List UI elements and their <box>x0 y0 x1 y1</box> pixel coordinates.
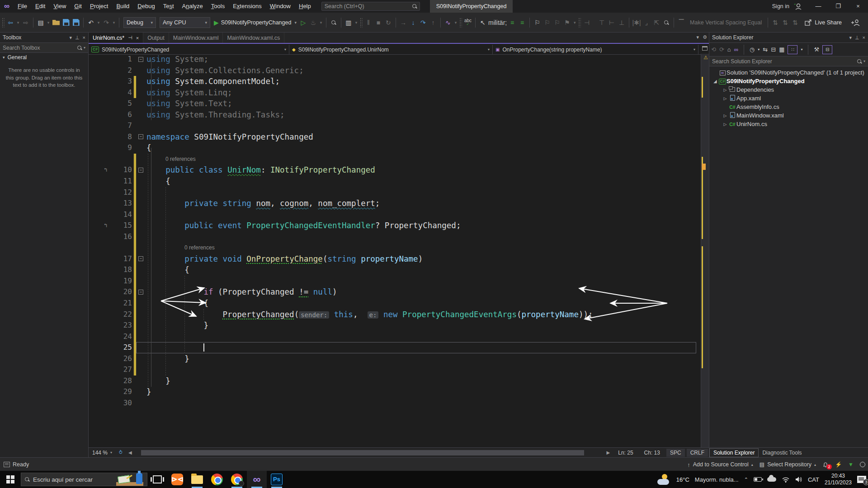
quick-search-input[interactable]: Search (Ctrl+Q) <box>321 2 420 11</box>
chevron-collapsed-icon[interactable]: ▷ <box>722 122 728 127</box>
code-line-19[interactable]: 19 <box>89 276 698 287</box>
step-out-icon[interactable]: ↑ <box>429 17 438 28</box>
close-icon[interactable]: × <box>863 35 865 40</box>
menu-project[interactable]: Project <box>86 0 112 13</box>
bookmark-dropdown[interactable]: ▾ <box>572 17 577 28</box>
new-project-icon[interactable]: ▤ <box>36 17 45 28</box>
save-all-icon[interactable] <box>71 17 80 28</box>
chevron-down-icon[interactable]: ▾ <box>284 47 286 52</box>
fold-margin[interactable]: − <box>136 286 146 298</box>
show-all-files-toggle[interactable]: ∷ <box>788 45 797 54</box>
wrench-icon[interactable]: ⚒ <box>814 46 819 53</box>
align-bottom-icon[interactable]: ⊥ <box>617 17 626 28</box>
show-next-statement-icon[interactable]: → <box>399 17 408 28</box>
bookmark-folder-icon[interactable]: ⚑ <box>562 17 571 28</box>
codelens-references[interactable]: 0 references <box>146 154 196 165</box>
hot-reload-icon[interactable]: ♨ <box>309 17 318 28</box>
keyboard-language-button[interactable]: CAT <box>808 476 819 483</box>
menu-file[interactable]: File <box>14 0 31 13</box>
breadcrumb-2[interactable]: ▣OnPropertyChange(string propertyName)▾ <box>493 45 698 55</box>
switch-views-icon[interactable]: ⇆ <box>763 46 768 53</box>
taskbar-app-photoshop[interactable]: Ps <box>267 471 287 488</box>
spacing-option-2-icon[interactable]: ⇅ <box>781 17 790 28</box>
warning-icon[interactable]: ⚠ <box>703 55 708 61</box>
pin-icon[interactable]: ⊣ <box>582 17 591 28</box>
menu-edit[interactable]: Edit <box>31 0 49 13</box>
codelens-references[interactable]: 0 references <box>146 242 215 253</box>
breadcrumb-0[interactable]: C#S09INotifyPropertyChanged▾ <box>89 45 289 55</box>
tab-output[interactable]: Output <box>143 33 169 43</box>
wifi-icon[interactable] <box>782 476 790 483</box>
code-line-12[interactable]: 12 <box>89 187 698 198</box>
preview-selected-items-toggle[interactable]: ⊟ <box>822 45 832 54</box>
step-into-icon[interactable]: ↓ <box>409 17 418 28</box>
tab-unirnom-cs-[interactable]: UnirNom.cs*⊣× <box>89 33 143 43</box>
code-line-30[interactable]: 30 <box>89 398 698 409</box>
menu-build[interactable]: Build <box>112 0 133 13</box>
pending-changes-filter-icon[interactable]: ◷ <box>750 46 755 53</box>
clock[interactable]: 20:43 21/10/2023 <box>825 473 852 486</box>
minimize-button[interactable]: — <box>808 0 828 13</box>
solution-explorer-search-input[interactable]: Search Solution Explorer ▾ <box>709 56 868 66</box>
panel-tab-solution-explorer[interactable]: Solution Explorer <box>709 448 759 457</box>
tab-mainwindow-xaml-cs[interactable]: MainWindow.xaml.cs <box>223 33 284 43</box>
menu-analyze[interactable]: Analyze <box>178 0 207 13</box>
panel-menu-dropdown[interactable]: ▾ <box>849 35 852 41</box>
redo-dropdown[interactable]: ▾ <box>112 17 116 28</box>
maximize-button[interactable]: ❐ <box>828 0 848 13</box>
forward-icon[interactable]: ⟳ <box>719 46 724 53</box>
onedrive-icon[interactable] <box>767 477 776 482</box>
toolbox-menu-dropdown[interactable]: ▾ <box>69 35 72 41</box>
menu-view[interactable]: View <box>49 0 70 13</box>
code-line-6[interactable]: 6using System.Threading.Tasks; <box>89 109 698 121</box>
fold-margin[interactable]: − <box>136 54 146 65</box>
split-editor-handle[interactable] <box>702 46 708 51</box>
tree-item-s09inotifypropertychanged[interactable]: ◢C#S09INotifyPropertyChanged <box>709 77 868 85</box>
code-line-15[interactable]: 15↰ public event PropertyChangedEventHan… <box>89 220 698 231</box>
window-layout-dropdown[interactable]: ▾ <box>354 17 359 28</box>
chevron-down-icon[interactable]: ▾ <box>488 47 490 52</box>
chevron-expanded-icon[interactable]: ◢ <box>712 79 718 84</box>
new-project-dropdown[interactable]: ▾ <box>46 17 51 28</box>
tray-expand-chevron-icon[interactable]: ⌃ <box>744 477 748 483</box>
code-line-26[interactable]: 26 } <box>89 353 698 365</box>
tree-item-app-xaml[interactable]: ▷App.xaml <box>709 94 868 103</box>
taskbar-app-chrome-profile[interactable] <box>227 471 247 488</box>
scroll-left-icon[interactable]: ◀ <box>126 450 135 455</box>
collapse-region-icon[interactable]: − <box>138 57 143 62</box>
filter-dropdown[interactable]: ▾ <box>758 47 760 52</box>
close-button[interactable]: × <box>848 0 868 13</box>
live-share-people-icon[interactable] <box>851 19 860 26</box>
previous-bookmark-icon[interactable]: ⚐ <box>542 17 552 28</box>
panel-tab-diagnostic-tools[interactable]: Diagnostic Tools <box>759 449 805 457</box>
menu-git[interactable]: Git <box>70 0 86 13</box>
menu-extensions[interactable]: Extensions <box>229 0 266 13</box>
environment-status-icon[interactable]: ▼ <box>848 461 854 468</box>
line-indicator[interactable]: Ln: 25 <box>613 450 638 456</box>
sync-icon[interactable]: ⥁ <box>116 447 125 458</box>
code-line-13[interactable]: 13 private string nom, cognom, nom_compl… <box>89 198 698 209</box>
collapse-all-icon[interactable]: ⊟ <box>771 46 776 53</box>
next-bookmark-icon[interactable]: ⚐ <box>552 17 561 28</box>
search-options-dropdown[interactable]: ▾ <box>863 59 865 63</box>
taskbar-app-chrome[interactable] <box>207 471 227 488</box>
pin-icon[interactable]: ⊥ <box>75 35 80 41</box>
sync-with-active-document-icon[interactable]: ∞ <box>734 46 738 53</box>
code-line-21[interactable]: 21 { <box>89 298 698 309</box>
hot-reload-dropdown[interactable]: ▾ <box>319 17 323 28</box>
scrollbar-thumb[interactable] <box>141 450 584 455</box>
decrease-indent-icon[interactable]: ≡ <box>518 17 527 28</box>
undo-dropdown[interactable]: ▾ <box>96 17 101 28</box>
properties-icon[interactable]: ▦ <box>779 46 784 53</box>
save-icon[interactable] <box>61 17 71 28</box>
scroll-right-icon[interactable]: ▶ <box>604 450 613 455</box>
window-layout-icon[interactable]: ▥ <box>344 17 353 28</box>
feedback-icon[interactable]: ⚡ <box>835 461 842 468</box>
battery-icon[interactable] <box>754 477 762 482</box>
code-line-16[interactable]: 16 <box>89 231 698 243</box>
chevron-collapsed-icon[interactable]: ▷ <box>722 113 728 118</box>
line-ending-indicator[interactable]: CRLF <box>687 449 708 457</box>
code-editor[interactable]: 1−using System;2using System.Collections… <box>89 54 698 447</box>
pin-tab-icon[interactable]: ⊣ <box>128 35 132 41</box>
pause-icon[interactable]: ‖ <box>364 17 373 28</box>
